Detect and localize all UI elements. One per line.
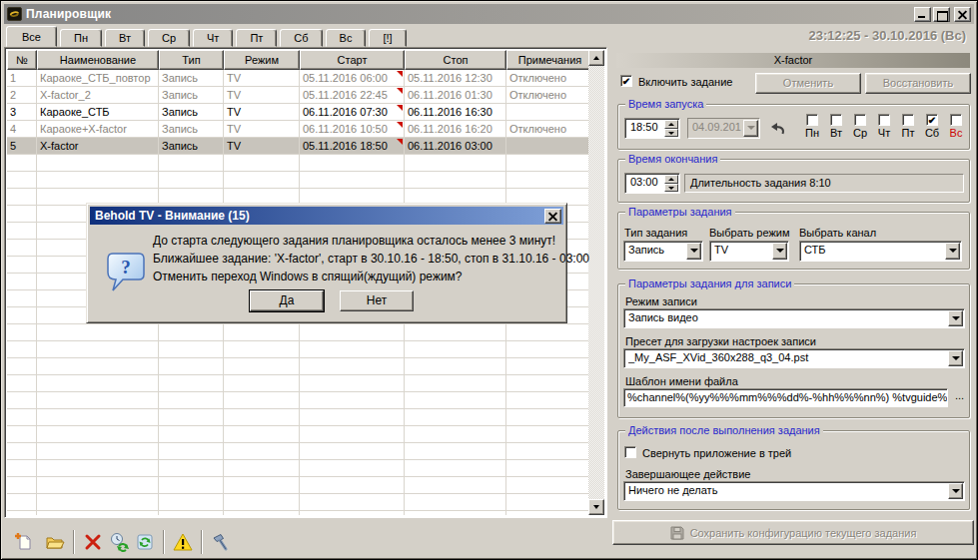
undo-arrow-icon[interactable] <box>770 122 786 135</box>
cell-note: Отключено <box>506 70 591 87</box>
toolbar <box>4 527 607 557</box>
tab-tue[interactable]: Вт <box>105 29 145 47</box>
table-row[interactable]: 3 Караоке_СТБ Запись TV 06.11.2016 07:30… <box>7 104 604 121</box>
spin-down-icon[interactable] <box>664 129 678 138</box>
cancel-button[interactable]: Отменить <box>755 73 861 94</box>
header-notes[interactable]: Примечания <box>506 50 592 70</box>
clock-display: 23:12:25 - 30.10.2016 (Вс) <box>808 28 966 43</box>
spin-down-icon[interactable] <box>664 184 678 193</box>
mode-combo[interactable]: TV <box>709 241 789 262</box>
day-tabs: Все Пн Вт Ср Чт Пт Сб Вс [!] <box>6 26 410 47</box>
new-task-icon <box>14 532 34 552</box>
dropdown-arrow-icon[interactable] <box>948 350 963 366</box>
spin-up-icon[interactable] <box>664 175 678 184</box>
table-row[interactable]: 2 X-factor_2 Запись TV 05.11.2016 22:45 … <box>7 87 604 104</box>
sun-checkbox[interactable] <box>950 114 962 126</box>
header-mode[interactable]: Режим <box>224 50 300 70</box>
weekday-fri[interactable]: Пт <box>896 114 920 139</box>
filename-template-input[interactable]: %channel%(%yy%%%mm%%%dd%-%hh%%%nn%) %tvg… <box>623 388 948 407</box>
cell-stop: 06.11.2016 03:00 <box>405 138 506 155</box>
refresh-button[interactable] <box>132 529 158 555</box>
thu-checkbox[interactable] <box>878 114 890 126</box>
weekday-thu[interactable]: Чт <box>872 114 896 139</box>
cell-mode: TV <box>224 104 300 121</box>
enable-task-checkbox[interactable]: ✔ <box>620 75 632 87</box>
mode-label: Выбрать режим <box>709 227 790 239</box>
tray-label: Свернуть приложение в трей <box>642 447 791 459</box>
refresh-icon <box>136 533 154 551</box>
after-task-group-label: Действия после выполнения задания <box>625 424 823 436</box>
dropdown-arrow-icon[interactable] <box>948 483 963 499</box>
weekday-mon[interactable]: Пн <box>800 114 824 139</box>
tray-checkbox[interactable] <box>624 446 636 458</box>
restore-button[interactable]: Восстановить <box>865 73 971 94</box>
title-bar: Планировщик <box>4 4 974 24</box>
header-type[interactable]: Тип <box>159 50 224 70</box>
tab-alert[interactable]: [!] <box>369 29 406 47</box>
dropdown-arrow-icon[interactable] <box>948 310 963 326</box>
open-button[interactable] <box>42 529 68 555</box>
tab-sun[interactable]: Вс <box>326 29 367 47</box>
weekday-sat[interactable]: ✔ Сб <box>920 114 944 139</box>
record-mode-label: Режим записи <box>625 295 697 307</box>
dropdown-arrow-icon[interactable] <box>945 243 960 260</box>
sat-checkbox[interactable]: ✔ <box>926 114 938 126</box>
header-name[interactable]: Наименование <box>37 50 159 70</box>
end-time-spinner[interactable]: 03:00 <box>624 173 680 194</box>
minimize-button[interactable] <box>914 7 931 22</box>
tools-button[interactable] <box>208 529 234 555</box>
wed-checkbox[interactable] <box>854 114 866 126</box>
tab-all[interactable]: Все <box>6 26 57 47</box>
start-date-combo[interactable]: 04.09.2010 <box>687 118 760 139</box>
weekday-wed[interactable]: Ср <box>848 114 872 139</box>
save-config-button[interactable]: Сохранить конфигурацию текущего задания <box>612 520 974 545</box>
cell-name: Караоке_СТБ_повтор <box>37 70 159 87</box>
fri-checkbox[interactable] <box>902 114 914 126</box>
new-task-button[interactable] <box>11 529 37 555</box>
tab-sat[interactable]: Сб <box>280 29 322 47</box>
start-time-group: Время запуска 18:50 04.09.2010 Пн Вт <box>617 104 970 150</box>
end-time-group-label: Время окончания <box>625 153 720 165</box>
start-time-spinner[interactable]: 18:50 <box>624 118 680 139</box>
final-action-combo[interactable]: Ничего не делать <box>623 481 965 501</box>
header-stop[interactable]: Стоп <box>405 50 506 70</box>
weekday-tue[interactable]: Вт <box>824 114 848 139</box>
table-scrollbar[interactable] <box>588 50 604 515</box>
preset-combo[interactable]: _My_ASF_XVid_360x288_q3_04.pst <box>623 348 965 368</box>
delete-task-button[interactable] <box>80 529 106 555</box>
spin-up-icon[interactable] <box>664 120 678 129</box>
tab-mon[interactable]: Пн <box>60 29 102 47</box>
tue-checkbox[interactable] <box>830 114 842 126</box>
dropdown-arrow-icon[interactable] <box>772 243 787 260</box>
mon-checkbox[interactable] <box>806 114 818 126</box>
weekday-sun[interactable]: Вс <box>944 114 968 139</box>
toolbar-separator <box>201 530 203 554</box>
preset-label: Пресет для загрузки настроек записи <box>625 335 816 347</box>
task-type-combo[interactable]: Запись <box>623 241 703 262</box>
tab-thu[interactable]: Чт <box>193 29 233 47</box>
yes-button[interactable]: Да <box>250 290 324 311</box>
channel-combo[interactable]: СТБ <box>799 241 962 262</box>
table-row[interactable]: 1 Караоке_СТБ_повтор Запись TV 05.11.201… <box>7 70 604 87</box>
scroll-up-button[interactable] <box>588 50 604 66</box>
refresh-schedule-button[interactable] <box>106 529 132 555</box>
tab-fri[interactable]: Пт <box>236 29 277 47</box>
table-row[interactable]: 4 Караоке+X-factor Запись TV 06.11.2016 … <box>7 121 604 138</box>
header-start[interactable]: Старт <box>300 50 405 70</box>
tab-wed[interactable]: Ср <box>148 29 190 47</box>
no-button[interactable]: Нет <box>340 290 414 311</box>
close-button[interactable] <box>954 7 971 22</box>
task-type-label: Тип задания <box>624 227 687 239</box>
scroll-down-button[interactable] <box>588 499 604 515</box>
browse-button[interactable]: ... <box>952 388 967 407</box>
table-row-selected[interactable]: 5 X-factor Запись TV 05.11.2016 18:50 06… <box>7 138 604 155</box>
dialog-body: ? До старта следующего задания планировщ… <box>90 225 563 319</box>
cell-start: 05.11.2016 18:50 <box>300 138 405 155</box>
warning-button[interactable] <box>170 529 196 555</box>
cell-mode: TV <box>224 70 300 87</box>
maximize-button[interactable] <box>933 7 950 22</box>
dialog-close-button[interactable] <box>544 209 561 224</box>
record-mode-combo[interactable]: Запись видео <box>623 308 965 328</box>
header-num[interactable]: № <box>7 50 37 70</box>
dropdown-arrow-icon[interactable] <box>686 243 701 260</box>
